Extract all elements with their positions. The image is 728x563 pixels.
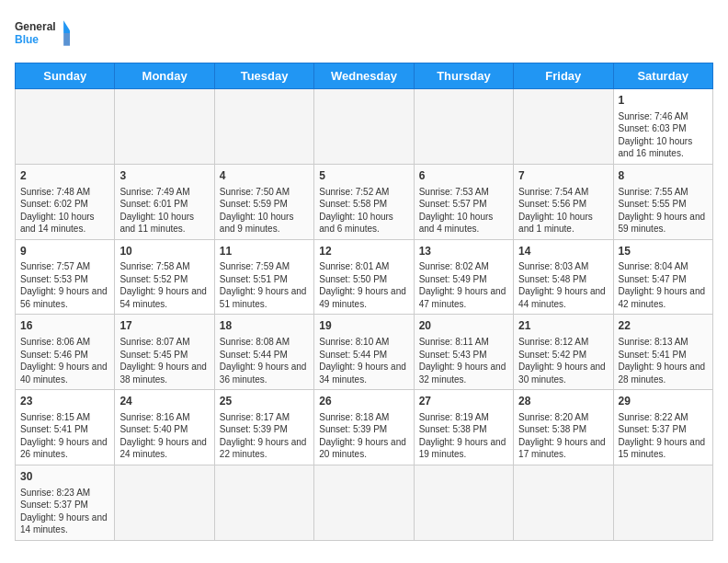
- day-number: 18: [220, 318, 309, 334]
- day-number: 15: [619, 244, 708, 259]
- calendar-table: SundayMondayTuesdayWednesdayThursdayFrid…: [15, 63, 713, 541]
- day-info: Sunrise: 8:16 AM Sunset: 5:40 PM Dayligh…: [119, 411, 209, 461]
- calendar-cell: 9Sunrise: 7:57 AM Sunset: 5:53 PM Daylig…: [16, 239, 115, 315]
- calendar-cell: 10Sunrise: 7:58 AM Sunset: 5:52 PM Dayli…: [115, 239, 214, 315]
- day-number: 16: [20, 318, 109, 334]
- svg-marker-3: [63, 33, 70, 46]
- day-info: Sunrise: 7:54 AM Sunset: 5:56 PM Dayligh…: [518, 186, 608, 236]
- calendar-cell: 12Sunrise: 8:01 AM Sunset: 5:50 PM Dayli…: [314, 239, 414, 315]
- day-number: 6: [419, 168, 508, 184]
- day-info: Sunrise: 8:10 AM Sunset: 5:44 PM Dayligh…: [319, 336, 408, 385]
- calendar-cell: 3Sunrise: 7:49 AM Sunset: 6:01 PM Daylig…: [115, 164, 214, 239]
- calendar-cell: 23Sunrise: 8:15 AM Sunset: 5:41 PM Dayli…: [16, 390, 115, 465]
- day-info: Sunrise: 8:18 AM Sunset: 5:39 PM Dayligh…: [319, 411, 408, 461]
- day-info: Sunrise: 7:52 AM Sunset: 5:58 PM Dayligh…: [319, 186, 408, 236]
- day-number: 30: [20, 469, 109, 485]
- calendar-cell: 2Sunrise: 7:48 AM Sunset: 6:02 PM Daylig…: [16, 164, 115, 239]
- day-info: Sunrise: 7:50 AM Sunset: 5:59 PM Dayligh…: [220, 186, 309, 236]
- calendar-cell: 13Sunrise: 8:02 AM Sunset: 5:49 PM Dayli…: [414, 239, 513, 315]
- day-info: Sunrise: 8:07 AM Sunset: 5:45 PM Dayligh…: [119, 336, 209, 385]
- day-info: Sunrise: 8:06 AM Sunset: 5:46 PM Dayligh…: [20, 336, 109, 385]
- calendar-cell: 26Sunrise: 8:18 AM Sunset: 5:39 PM Dayli…: [314, 390, 414, 465]
- calendar-cell: 1Sunrise: 7:46 AM Sunset: 6:03 PM Daylig…: [613, 89, 712, 165]
- calendar-cell: 21Sunrise: 8:12 AM Sunset: 5:42 PM Dayli…: [514, 315, 613, 390]
- day-info: Sunrise: 7:58 AM Sunset: 5:52 PM Dayligh…: [119, 260, 209, 310]
- day-number: 19: [319, 318, 408, 334]
- day-number: 7: [518, 168, 608, 184]
- day-number: 17: [119, 318, 209, 334]
- calendar-cell: [115, 89, 214, 165]
- day-number: 10: [119, 244, 209, 259]
- calendar-cell: [314, 465, 414, 540]
- day-number: 27: [419, 394, 508, 409]
- svg-marker-2: [63, 20, 70, 33]
- calendar-cell: 14Sunrise: 8:03 AM Sunset: 5:48 PM Dayli…: [514, 239, 613, 315]
- day-info: Sunrise: 7:59 AM Sunset: 5:51 PM Dayligh…: [220, 260, 309, 310]
- day-info: Sunrise: 8:02 AM Sunset: 5:49 PM Dayligh…: [419, 260, 508, 310]
- day-number: 14: [518, 244, 608, 259]
- calendar-cell: 6Sunrise: 7:53 AM Sunset: 5:57 PM Daylig…: [414, 164, 513, 239]
- day-info: Sunrise: 7:53 AM Sunset: 5:57 PM Dayligh…: [419, 186, 508, 236]
- day-number: 21: [518, 318, 608, 334]
- calendar-cell: 27Sunrise: 8:19 AM Sunset: 5:38 PM Dayli…: [414, 390, 513, 465]
- day-info: Sunrise: 8:11 AM Sunset: 5:43 PM Dayligh…: [419, 336, 508, 385]
- day-number: 26: [319, 394, 408, 409]
- calendar-cell: 19Sunrise: 8:10 AM Sunset: 5:44 PM Dayli…: [314, 315, 414, 390]
- calendar-cell: 20Sunrise: 8:11 AM Sunset: 5:43 PM Dayli…: [414, 315, 513, 390]
- day-info: Sunrise: 7:55 AM Sunset: 5:55 PM Dayligh…: [619, 186, 708, 236]
- calendar-cell: [16, 89, 115, 165]
- day-number: 3: [119, 168, 209, 184]
- logo-svg: General Blue: [15, 15, 70, 52]
- day-header-wednesday: Wednesday: [314, 63, 414, 89]
- day-number: 1: [619, 93, 708, 109]
- calendar-cell: [214, 89, 313, 165]
- calendar-cell: 22Sunrise: 8:13 AM Sunset: 5:41 PM Dayli…: [613, 315, 712, 390]
- calendar-cell: 28Sunrise: 8:20 AM Sunset: 5:38 PM Dayli…: [514, 390, 613, 465]
- day-number: 12: [319, 244, 408, 259]
- day-info: Sunrise: 8:23 AM Sunset: 5:37 PM Dayligh…: [20, 487, 109, 536]
- day-info: Sunrise: 7:48 AM Sunset: 6:02 PM Dayligh…: [20, 186, 109, 236]
- calendar-cell: 30Sunrise: 8:23 AM Sunset: 5:37 PM Dayli…: [16, 465, 115, 540]
- day-number: 28: [518, 394, 608, 409]
- day-info: Sunrise: 8:08 AM Sunset: 5:44 PM Dayligh…: [220, 336, 309, 385]
- calendar-week-row: 2Sunrise: 7:48 AM Sunset: 6:02 PM Daylig…: [16, 164, 713, 239]
- day-number: 24: [119, 394, 209, 409]
- calendar-cell: [314, 89, 414, 165]
- calendar-cell: 15Sunrise: 8:04 AM Sunset: 5:47 PM Dayli…: [613, 239, 712, 315]
- day-info: Sunrise: 8:03 AM Sunset: 5:48 PM Dayligh…: [518, 260, 608, 310]
- calendar-cell: [115, 465, 214, 540]
- calendar-cell: 17Sunrise: 8:07 AM Sunset: 5:45 PM Dayli…: [115, 315, 214, 390]
- calendar-week-row: 23Sunrise: 8:15 AM Sunset: 5:41 PM Dayli…: [16, 390, 713, 465]
- day-number: 9: [20, 244, 109, 259]
- day-info: Sunrise: 7:49 AM Sunset: 6:01 PM Dayligh…: [119, 186, 209, 236]
- calendar-cell: 7Sunrise: 7:54 AM Sunset: 5:56 PM Daylig…: [514, 164, 613, 239]
- calendar-cell: 8Sunrise: 7:55 AM Sunset: 5:55 PM Daylig…: [613, 164, 712, 239]
- calendar-cell: [613, 465, 712, 540]
- day-header-sunday: Sunday: [16, 63, 115, 89]
- day-number: 29: [619, 394, 708, 409]
- day-number: 5: [319, 168, 408, 184]
- svg-text:Blue: Blue: [15, 33, 39, 46]
- day-info: Sunrise: 8:22 AM Sunset: 5:37 PM Dayligh…: [619, 411, 708, 461]
- calendar-cell: [414, 89, 513, 165]
- day-number: 2: [20, 168, 109, 184]
- calendar-week-row: 1Sunrise: 7:46 AM Sunset: 6:03 PM Daylig…: [16, 89, 713, 165]
- day-info: Sunrise: 8:15 AM Sunset: 5:41 PM Dayligh…: [20, 411, 109, 461]
- day-info: Sunrise: 7:57 AM Sunset: 5:53 PM Dayligh…: [20, 260, 109, 310]
- day-number: 13: [419, 244, 508, 259]
- calendar-week-row: 30Sunrise: 8:23 AM Sunset: 5:37 PM Dayli…: [16, 465, 713, 540]
- calendar-week-row: 16Sunrise: 8:06 AM Sunset: 5:46 PM Dayli…: [16, 315, 713, 390]
- calendar-cell: 4Sunrise: 7:50 AM Sunset: 5:59 PM Daylig…: [214, 164, 313, 239]
- day-info: Sunrise: 8:01 AM Sunset: 5:50 PM Dayligh…: [319, 260, 408, 310]
- calendar-cell: 5Sunrise: 7:52 AM Sunset: 5:58 PM Daylig…: [314, 164, 414, 239]
- day-number: 11: [220, 244, 309, 259]
- day-info: Sunrise: 8:13 AM Sunset: 5:41 PM Dayligh…: [619, 336, 708, 385]
- day-info: Sunrise: 8:17 AM Sunset: 5:39 PM Dayligh…: [220, 411, 309, 461]
- day-header-tuesday: Tuesday: [214, 63, 313, 89]
- logo: General Blue: [15, 15, 70, 52]
- calendar-cell: [214, 465, 313, 540]
- calendar-week-row: 9Sunrise: 7:57 AM Sunset: 5:53 PM Daylig…: [16, 239, 713, 315]
- day-info: Sunrise: 7:46 AM Sunset: 6:03 PM Dayligh…: [619, 110, 708, 160]
- day-header-monday: Monday: [115, 63, 214, 89]
- day-number: 8: [619, 168, 708, 184]
